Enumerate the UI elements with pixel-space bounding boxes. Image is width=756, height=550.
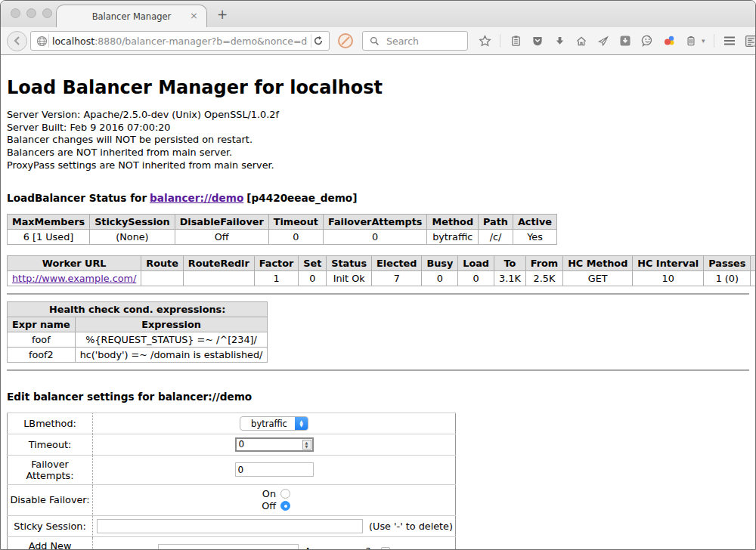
- balancer-demo-link[interactable]: balancer://demo: [150, 192, 243, 204]
- colored-dots-icon[interactable]: [662, 34, 676, 48]
- page-title: Load Balancer Manager for localhost: [7, 77, 749, 98]
- col-failoverattempts: FailoverAttempts: [323, 214, 427, 229]
- failover-attempts-input[interactable]: [235, 462, 314, 477]
- download-icon[interactable]: [553, 34, 566, 48]
- lbmethod-select[interactable]: bytraffic ▲▼: [240, 416, 308, 431]
- page-content: Load Balancer Manager for localhost Serv…: [1, 55, 755, 550]
- col-to: To: [494, 255, 526, 270]
- url-host: localhost: [52, 36, 94, 47]
- star-icon[interactable]: [478, 34, 491, 48]
- traffic-lights: [11, 8, 52, 18]
- col-routeredir: RouteRedir: [183, 255, 254, 270]
- table-header-row: Worker URL Route RouteRedir Factor Set S…: [8, 255, 756, 270]
- col-active: Active: [513, 214, 556, 229]
- pocket-icon[interactable]: [531, 34, 544, 48]
- col-timeout: Timeout: [268, 214, 323, 229]
- failover-attempts-row: Failover Attempts:: [8, 455, 456, 484]
- col-busy: Busy: [422, 255, 458, 270]
- lbmethod-value: bytraffic: [240, 417, 295, 430]
- close-window-button[interactable]: [11, 8, 20, 18]
- col-passes: Passes: [704, 255, 751, 270]
- search-input[interactable]: [385, 35, 460, 48]
- search-icon: [367, 34, 381, 48]
- failover-off-radio[interactable]: [280, 501, 290, 511]
- add-worker-input[interactable]: [158, 544, 299, 550]
- reload-icon[interactable]: [311, 34, 325, 48]
- grid-doc-icon[interactable]: [745, 34, 756, 48]
- hamburger-menu-icon[interactable]: [723, 34, 736, 48]
- status-heading-prefix: LoadBalancer Status for: [7, 192, 147, 204]
- off-label: Off: [258, 500, 276, 512]
- section-divider: [7, 369, 749, 371]
- container-icon[interactable]: [684, 34, 698, 48]
- globe-icon: [35, 34, 48, 48]
- timeout-row: Timeout: ▲▼: [8, 434, 456, 455]
- add-worker-label: Add New Worker:: [8, 536, 93, 550]
- toolbar-divider: [500, 34, 500, 48]
- tab-balancer-manager[interactable]: Balancer Manager ×: [56, 5, 207, 27]
- toolbar-icons: ▾: [478, 34, 756, 48]
- disable-failover-label: Disable Failover:: [8, 484, 93, 515]
- col-factor: Factor: [254, 255, 298, 270]
- browser-window: Balancer Manager × + localhost:8880/bala…: [0, 0, 756, 550]
- balancer-settings-form: LBmethod: bytraffic ▲▼ Timeout: ▲▼: [7, 412, 456, 550]
- clipboard-icon[interactable]: [509, 34, 522, 48]
- col-stickysession: StickySession: [90, 214, 175, 229]
- col-status: Status: [327, 255, 372, 270]
- table-header-row: Expr name Expression: [8, 317, 268, 332]
- url-divider: [48, 34, 49, 48]
- block-icon[interactable]: [338, 33, 353, 48]
- table-row: 6 [1 Used] (None) Off 0 0 bytraffic /c/ …: [8, 229, 557, 244]
- col-elected: Elected: [372, 255, 422, 270]
- number-spinner-icon[interactable]: ▲▼: [302, 440, 311, 450]
- sticky-session-input[interactable]: [97, 519, 363, 533]
- url-bar[interactable]: localhost:8880/balancer-manager?b=demo&n…: [30, 31, 330, 51]
- minimize-window-button[interactable]: [26, 8, 36, 18]
- balancer-status-table: MaxMembers StickySession DisableFailover…: [7, 214, 557, 245]
- feedback-smiley-icon[interactable]: [640, 34, 654, 48]
- sticky-session-row: Sticky Session: (Use '-' to delete): [8, 515, 456, 536]
- back-button[interactable]: [7, 31, 27, 51]
- home-icon[interactable]: [575, 34, 588, 48]
- status-heading-suffix: [p4420eeae_demo]: [246, 192, 357, 204]
- tab-bar: Balancer Manager × +: [1, 1, 755, 27]
- table-row: foof2 hc('body') =~ /domain is establish…: [8, 347, 268, 362]
- col-worker-url: Worker URL: [8, 255, 141, 270]
- worker-url-link[interactable]: http://www.example.com/: [12, 273, 136, 284]
- col-load: Load: [458, 255, 494, 270]
- lbmethod-label: LBmethod:: [8, 412, 93, 434]
- proxypass-note: ProxyPass settings are NOT inherited fro…: [7, 159, 749, 172]
- server-built: Server Built: Feb 9 2016 07:00:20: [7, 122, 749, 134]
- url-text[interactable]: localhost:8880/balancer-manager?b=demo&n…: [52, 36, 308, 47]
- worker-row: http://www.example.com/ 1 0 Init Ok 7 0 …: [8, 270, 756, 286]
- failover-attempts-label: Failover Attempts:: [8, 455, 93, 484]
- confirm-checkbox[interactable]: [381, 547, 390, 550]
- back-icon: [13, 36, 22, 45]
- close-tab-icon[interactable]: ×: [190, 11, 198, 20]
- dropdown-caret-icon[interactable]: ▾: [702, 37, 705, 45]
- url-path: :8880/balancer-manager?b=demo&nonce=decc…: [94, 36, 308, 47]
- col-expression: Expression: [75, 317, 268, 332]
- edit-heading: Edit balancer settings for balancer://de…: [7, 391, 749, 403]
- server-version: Server Version: Apache/2.5.0-dev (Unix) …: [7, 109, 749, 122]
- timeout-label: Timeout:: [8, 434, 93, 455]
- lbmethod-row: LBmethod: bytraffic ▲▼: [8, 412, 456, 434]
- zoom-window-button[interactable]: [42, 8, 52, 18]
- send-icon[interactable]: [596, 34, 610, 48]
- search-bar[interactable]: [362, 31, 468, 51]
- col-hc-method: HC Method: [563, 255, 633, 270]
- table-header-row: MaxMembers StickySession DisableFailover…: [8, 214, 557, 229]
- col-path: Path: [479, 214, 513, 229]
- col-disablefailover: DisableFailover: [175, 214, 268, 229]
- col-fails: Fails: [751, 255, 755, 270]
- panel-download-icon[interactable]: [618, 34, 632, 48]
- add-worker-row: Add New Worker: Are you sure?: [8, 536, 456, 550]
- section-divider: [7, 293, 749, 295]
- status-heading: LoadBalancer Status forbalancer://demo[p…: [7, 192, 749, 204]
- failover-on-radio[interactable]: [280, 489, 290, 499]
- worker-table: Worker URL Route RouteRedir Factor Set S…: [7, 255, 755, 286]
- new-tab-button[interactable]: +: [217, 7, 228, 22]
- server-info: Server Version: Apache/2.5.0-dev (Unix) …: [7, 109, 749, 172]
- col-method: Method: [427, 214, 479, 229]
- toolbar-divider2: [714, 34, 714, 48]
